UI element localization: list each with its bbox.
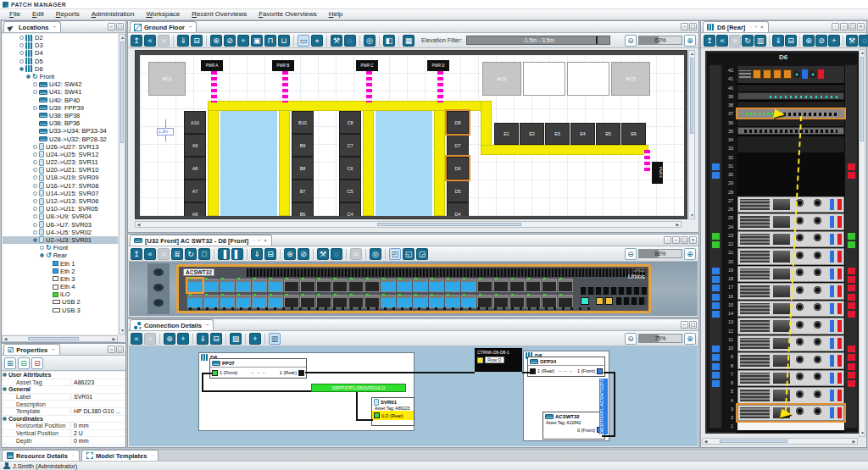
view-rear-icon[interactable]: ▌ bbox=[231, 248, 243, 260]
floor-pwr-b[interactable]: PWR B bbox=[272, 60, 294, 71]
property-value[interactable]: 2 U bbox=[70, 430, 125, 436]
zoom-in-icon[interactable]: ⊕ bbox=[684, 333, 696, 345]
rack-blank-panel[interactable] bbox=[737, 101, 844, 108]
tree-expander-icon[interactable] bbox=[33, 175, 37, 180]
switch-port-r1-c22[interactable] bbox=[526, 279, 541, 292]
switch-port-r1-c6[interactable] bbox=[268, 279, 283, 292]
property-value[interactable]: 0 mm bbox=[70, 438, 125, 444]
image-icon[interactable]: ▨ bbox=[230, 333, 242, 345]
view-table-icon[interactable]: ▦ bbox=[403, 35, 415, 47]
menu-administration[interactable]: Administration bbox=[86, 9, 141, 19]
tree-item-eth-1[interactable]: Eth 1 bbox=[3, 259, 118, 267]
switch-port-r1-c23[interactable] bbox=[542, 279, 557, 292]
tree-item-d6[interactable]: D6 bbox=[3, 65, 118, 73]
menu-reports[interactable]: Reports bbox=[50, 9, 86, 19]
move-icon[interactable]: + bbox=[177, 333, 189, 345]
switch-port-r2-c3[interactable] bbox=[220, 295, 235, 308]
switch-port-r1-c11[interactable] bbox=[348, 279, 364, 292]
print-icon[interactable]: ⊟ bbox=[264, 248, 276, 260]
floor-rack-d6[interactable]: D6 bbox=[447, 157, 469, 180]
group-expander-icon[interactable] bbox=[3, 417, 7, 421]
rack-device-patch-panel[interactable] bbox=[737, 127, 844, 135]
tree-item-d5[interactable]: D5 bbox=[3, 58, 118, 65]
diagram-cable-trunk[interactable]: CTRNK-D6-D8-1 Row D bbox=[475, 348, 522, 372]
group-expander-icon[interactable] bbox=[3, 387, 7, 391]
pin-button[interactable]: ◦ bbox=[832, 23, 839, 30]
diagram-pp37[interactable]: PP37 1 (Front) – – – 1 (Rear) bbox=[209, 358, 307, 379]
tree-item-u28-u32-bp28-32[interactable]: U28->U32: BP28-32 bbox=[3, 135, 118, 142]
switch-port-r2-c13[interactable] bbox=[381, 295, 396, 308]
property-value[interactable]: A86223 bbox=[70, 379, 125, 385]
back-icon[interactable]: « bbox=[144, 248, 156, 260]
floor-ac2[interactable]: AC2 bbox=[482, 62, 521, 96]
zoom-slider[interactable]: 63% bbox=[638, 36, 682, 45]
menu-workspace[interactable]: Workspace bbox=[140, 9, 186, 19]
diagram-svr01[interactable]: SVR01 Asset Tag: A86223 iLO (Rear) bbox=[371, 397, 415, 426]
import-icon[interactable]: ⊟ bbox=[18, 357, 30, 369]
floor-rack-a6[interactable]: A6 bbox=[184, 202, 206, 216]
tree-item-u2-u3-svr01[interactable]: U2->U3: SVR01 bbox=[3, 236, 118, 244]
maximize-button[interactable]: ▢ bbox=[116, 23, 124, 30]
wrench-icon[interactable]: ⚒ bbox=[331, 35, 342, 47]
rack-horizontal-scrollbar[interactable]: ◀▶ bbox=[702, 438, 858, 445]
up-icon[interactable]: ↥ bbox=[131, 35, 142, 47]
tab-minimize-icon[interactable]: − bbox=[189, 25, 193, 30]
back-icon[interactable]: « bbox=[716, 35, 728, 47]
tree-expander-icon[interactable] bbox=[33, 152, 37, 157]
zoom-out-icon[interactable]: ⊖ bbox=[625, 248, 637, 260]
rotate-icon[interactable]: ↻ bbox=[742, 35, 754, 47]
tree-item-u24-u25-svr12[interactable]: U24->U25: SVR12 bbox=[3, 151, 118, 158]
menu-recent-overviews[interactable]: Recent Overviews bbox=[186, 9, 253, 19]
cable-trunk-vertical-2[interactable] bbox=[279, 101, 290, 216]
tree-horizontal-scrollbar[interactable]: ◀▶ bbox=[2, 335, 118, 342]
floor-rack-e3[interactable]: E3 bbox=[545, 123, 570, 145]
rack-blank-panel[interactable] bbox=[737, 135, 844, 152]
tree-expander-icon[interactable] bbox=[33, 207, 37, 211]
minimize-button[interactable]: − bbox=[681, 23, 688, 30]
tree-item-d2[interactable]: D2 bbox=[3, 34, 118, 41]
cable-trunk-vertical-4[interactable] bbox=[434, 101, 445, 216]
floor-rack-c7[interactable]: C7 bbox=[339, 134, 361, 157]
diagram-ofp34[interactable]: OFP34 1 (Rear) – – – 1 (Front) bbox=[527, 357, 605, 377]
switch-port-r2-c8[interactable] bbox=[300, 295, 315, 308]
floor-rack-a7[interactable]: A7 bbox=[184, 180, 206, 202]
tree-expander-icon[interactable] bbox=[33, 238, 37, 242]
floor-rack-e1[interactable]: E1 bbox=[494, 123, 519, 145]
cols-icon[interactable]: ▥ bbox=[754, 35, 766, 47]
lasso-icon[interactable]: ◌ bbox=[331, 248, 342, 260]
connection-label-green[interactable]: D6PP37P1-D6SVR01ILO bbox=[311, 384, 406, 392]
switch-port-r2-c5[interactable] bbox=[252, 295, 267, 308]
svr01-ilo-port[interactable] bbox=[374, 412, 380, 418]
print-icon[interactable]: ⊟ bbox=[210, 333, 222, 345]
floor-rack-d7[interactable]: D7 bbox=[447, 134, 469, 157]
switch-port-r1-c1[interactable] bbox=[187, 279, 203, 292]
tab-minimize-icon[interactable]: − bbox=[52, 347, 56, 352]
zoom-in-icon[interactable]: ⊕ bbox=[684, 35, 696, 47]
rack-device-server[interactable] bbox=[737, 387, 844, 404]
switch-port-r2-c24[interactable] bbox=[558, 295, 573, 308]
tree-item-u36-bp36[interactable]: U36: BP36 bbox=[3, 119, 118, 127]
switch-port-r2-c17[interactable] bbox=[445, 295, 460, 308]
switch-port-r2-c12[interactable] bbox=[364, 295, 380, 308]
tree-expander-icon[interactable] bbox=[33, 90, 37, 94]
minimize-button[interactable]: − bbox=[681, 321, 688, 329]
pin-button[interactable]: ◦ bbox=[664, 236, 671, 244]
switch-port-r2-c4[interactable] bbox=[236, 295, 251, 308]
property-value[interactable]: HP DL380 G10 ... bbox=[70, 408, 125, 414]
tree-item-d3[interactable]: D3 bbox=[3, 41, 118, 49]
floor-vertical-scrollbar[interactable]: ▲▼ bbox=[688, 50, 695, 219]
wrench-icon[interactable]: ⚒ bbox=[846, 35, 858, 47]
switch-device[interactable]: ACSWT32 LAN32 Uhios bbox=[176, 264, 651, 313]
tab-pin-icon[interactable]: ◦ bbox=[151, 453, 153, 458]
floor-rack-b9[interactable]: B9 bbox=[292, 134, 314, 157]
lasso-icon[interactable]: ◌ bbox=[859, 35, 868, 47]
view-3d-icon[interactable]: ◧ bbox=[383, 35, 395, 47]
switch-port-r2-c19[interactable] bbox=[477, 295, 492, 308]
switch-port-r2-c20[interactable] bbox=[493, 295, 509, 308]
print-icon[interactable]: ⊟ bbox=[191, 35, 203, 47]
view-3-icon[interactable]: ◲ bbox=[416, 248, 428, 260]
panel-down-icon[interactable]: ⊔ bbox=[278, 35, 290, 47]
gear-icon[interactable]: ⊛ bbox=[803, 35, 815, 47]
switch-port-r1-c5[interactable] bbox=[252, 279, 267, 292]
switch-port-r2-c6[interactable] bbox=[268, 295, 283, 308]
